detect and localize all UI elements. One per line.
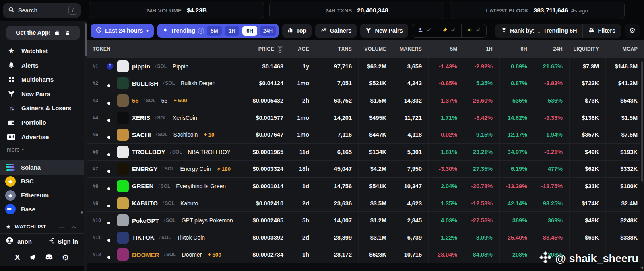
token-row[interactable]: #6TROLLBOY/SOLNBA TROLLBOY$0.000196511d6… (87, 144, 644, 161)
rank-by-button[interactable]: Rank by: ↓ Trending 6H (495, 24, 583, 38)
token-row[interactable]: #355/SOL55500$0.00054322h63,752$1.5M14,3… (87, 92, 644, 109)
chain-item-ethereum[interactable]: ◆ Ethereum (0, 188, 84, 202)
change-24h-cell: -9.33% (534, 109, 569, 126)
settings-gear-icon[interactable]: ⚙ (62, 253, 69, 261)
sidebar-item-gainers-losers[interactable]: ↑↓ Gainers & Losers (0, 101, 84, 115)
column-header-5m[interactable]: 5M (428, 46, 464, 52)
change-1h-cell: 27.35% (464, 161, 499, 178)
column-header-24h[interactable]: 24H (534, 46, 569, 52)
column-header-liquidity[interactable]: LIQUIDITY (569, 46, 605, 52)
sidebar: Get the App! ★ Watchlist Alerts Multicha… (0, 21, 84, 266)
trending-tab-5m[interactable]: 5M (207, 26, 222, 36)
top-button[interactable]: Top (282, 24, 312, 38)
token-cell[interactable]: #1Ppippin/SOLPippin (87, 58, 245, 75)
user-row: anon Sign-in (0, 234, 84, 249)
token-row[interactable]: #12DOOMER/SOLDoomer500$0.00027341h28,172… (87, 246, 644, 264)
ads-toggle[interactable] (462, 24, 486, 37)
sidebar-more-button[interactable]: more ▾ (0, 144, 84, 156)
token-row[interactable]: #10PokeGPT/SOLGPT plays Pokemon$0.000248… (87, 212, 644, 229)
token-row[interactable]: #7ENERGY/SOLEnergy Coin180$0.000332418h4… (87, 161, 644, 178)
token-row[interactable]: #11TIKTOK/SOLTiktok Coin$0.00033922d28,3… (87, 229, 644, 246)
watchlist-minimize-icon[interactable]: — (58, 224, 66, 230)
table-header: TOKEN PRICE$ AGE TXNS VOLUME MAKERS 5M 1… (87, 40, 644, 58)
token-row[interactable]: #9KABUTO/SOLKabuto$0.0024102d23,636$3.5M… (87, 195, 644, 212)
scrollbar-down-arrow[interactable]: ▼ (640, 266, 644, 270)
token-cell[interactable]: #2BULLISH/SOLBullish Degen (87, 75, 245, 92)
discord-icon[interactable] (45, 254, 54, 261)
vertical-scrollbar-right[interactable]: ▼ (640, 60, 644, 271)
vertical-scrollbar-left[interactable] (84, 21, 87, 271)
token-cell[interactable]: #7ENERGY/SOLEnergy Coin180 (87, 161, 245, 178)
change-5m-cell: 4.03% (428, 212, 464, 229)
column-header-price[interactable]: PRICE$ (245, 46, 290, 53)
token-symbol: ENERGY (132, 166, 157, 172)
boosted-toggle[interactable] (437, 24, 462, 37)
token-row[interactable]: #2BULLISH/SOLBullish Degen$0.041241mo7,0… (87, 75, 644, 92)
token-symbol: pippin (132, 63, 150, 70)
chain-item-bsc[interactable]: ◆ BSC (0, 175, 84, 189)
column-header-age[interactable]: AGE (290, 46, 316, 52)
time-range-button[interactable]: Last 24 hours ▾ (91, 24, 154, 38)
usd-toggle-icon[interactable]: $ (277, 46, 283, 53)
token-cell[interactable]: #11TIKTOK/SOLTiktok Coin (87, 229, 245, 246)
change-1h-cell: -12.53% (464, 195, 499, 212)
trending-tab-24h[interactable]: 24H (260, 26, 276, 36)
token-cell[interactable]: #10PokeGPT/SOLGPT plays Pokemon (87, 212, 245, 229)
column-header-makers[interactable]: MAKERS (393, 46, 428, 52)
sidebar-item-multicharts[interactable]: Multicharts (0, 72, 84, 87)
chain-list-scroll-arrow[interactable]: ▾ (80, 210, 83, 215)
check-icon (450, 27, 456, 34)
token-cell[interactable]: #5SACHI/SOLSachicoin10 (87, 126, 245, 143)
mcap-cell: $7.5M (605, 126, 644, 143)
trending-tab-6h[interactable]: 6H (242, 26, 257, 36)
check-icon (426, 27, 431, 34)
verified-profile-toggle[interactable] (412, 24, 437, 37)
sign-in-button[interactable]: Sign-in (49, 238, 78, 245)
ad-icon: Ad (7, 134, 16, 140)
chain-item-base[interactable]: Base (0, 202, 84, 216)
token-rank: #2 (93, 80, 103, 86)
new-pairs-button[interactable]: New Pairs (360, 24, 408, 38)
token-cell[interactable]: #12DOOMER/SOLDoomer500 (87, 246, 245, 263)
token-rank: #6 (93, 149, 103, 155)
column-header-token[interactable]: TOKEN (87, 46, 245, 52)
trending-tab-1h[interactable]: 1H (225, 26, 239, 36)
token-cell[interactable]: #355/SOL55500 (87, 92, 245, 109)
chain-item-solana[interactable]: Solana (0, 160, 84, 175)
gainers-button[interactable]: Gainers (315, 24, 357, 38)
get-the-app-button[interactable]: Get the App! (6, 26, 80, 40)
token-row[interactable]: #8GREEN/SOLEverything Is Green$0.0001014… (87, 178, 644, 195)
search-input[interactable]: Search / (3, 3, 80, 18)
trending-label[interactable]: Trending (171, 27, 195, 34)
txns-cell: 14,756 (316, 178, 358, 195)
token-row[interactable]: #4XERIS/SOLXerisCoin$0.0015771mo14,201$4… (87, 109, 644, 127)
sidebar-item-portfolio[interactable]: Portfolio (0, 115, 84, 130)
telegram-icon[interactable] (28, 253, 36, 261)
column-header-volume[interactable]: VOLUME (358, 46, 393, 52)
top-bar: Search / 24H VOLUME: $4.23B 24H TXNS: 20… (0, 0, 644, 21)
token-chain: /SOL (156, 132, 168, 138)
column-header-txns[interactable]: TXNS (316, 46, 358, 52)
token-row[interactable]: #1Ppippin/SOLPippin$0.14631y97,716$63.2M… (87, 58, 644, 75)
filters-button[interactable]: Filters (583, 24, 621, 38)
x-twitter-icon[interactable]: X (14, 253, 20, 262)
token-chain: /SOL (163, 80, 175, 86)
price-cell: $0.0002734 (245, 246, 290, 263)
token-cell[interactable]: #8GREEN/SOLEverything Is Green (87, 178, 245, 195)
scrollbar-thumb[interactable] (641, 61, 643, 182)
table-settings-button[interactable]: ⚙ (625, 24, 640, 38)
token-cell[interactable]: #9KABUTO/SOLKabuto (87, 195, 245, 212)
watchlist-collapse-icon[interactable]: ︿ (70, 223, 78, 230)
sidebar-item-alerts[interactable]: Alerts (0, 58, 84, 72)
token-cell[interactable]: #4XERIS/SOLXerisCoin (87, 109, 245, 126)
sidebar-item-watchlist[interactable]: ★ Watchlist (0, 44, 84, 58)
scrollbar-thumb[interactable] (85, 23, 87, 56)
column-header-1h[interactable]: 1H (464, 46, 499, 52)
stat-24h-volume: 24H VOLUME: $4.23B (89, 2, 264, 19)
column-header-6h[interactable]: 6H (499, 46, 534, 52)
token-row[interactable]: #5SACHI/SOLSachicoin10$0.0076471mo7,116$… (87, 126, 644, 144)
sidebar-item-advertise[interactable]: Ad Advertise (0, 129, 84, 144)
sidebar-item-new-pairs[interactable]: New Pairs (0, 87, 84, 101)
column-header-mcap[interactable]: MCAP (605, 46, 644, 52)
token-cell[interactable]: #6TROLLBOY/SOLNBA TROLLBOY (87, 144, 245, 160)
